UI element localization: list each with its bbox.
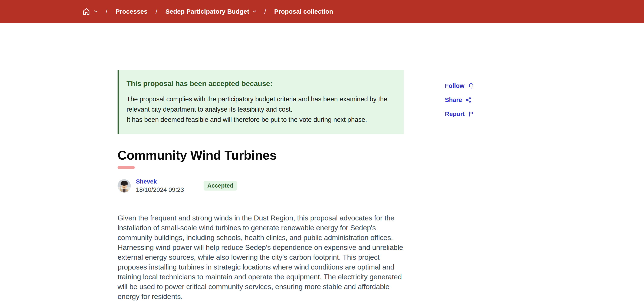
callout-line: The proposal complies with the participa… xyxy=(126,94,395,115)
author-avatar-link[interactable] xyxy=(118,179,131,193)
share-label: Share xyxy=(445,96,462,103)
avatar xyxy=(118,179,131,193)
bell-icon xyxy=(468,83,474,89)
action-rail: Follow Share R xyxy=(445,82,474,118)
home-icon xyxy=(82,7,90,16)
report-label: Report xyxy=(445,110,465,118)
proposal-title: Community Wind Turbines xyxy=(118,148,406,162)
flag-icon xyxy=(468,111,474,117)
breadcrumb-item-processes[interactable]: Processes xyxy=(116,8,147,15)
home-dropdown-toggle[interactable] xyxy=(94,10,98,13)
breadcrumb-bar: / Processes / Sedep Participatory Budget… xyxy=(0,0,644,23)
page: / Processes / Sedep Participatory Budget… xyxy=(0,0,644,306)
author-row: Shevek 18/10/2024 09:23 Accepted xyxy=(118,178,406,193)
follow-button[interactable]: Follow xyxy=(445,82,474,89)
acceptance-callout: This proposal has been accepted because:… xyxy=(118,70,404,134)
share-icon xyxy=(466,97,472,103)
chevron-down-icon xyxy=(252,10,256,13)
proposal-main: This proposal has been accepted because:… xyxy=(118,70,406,301)
callout-line: It has been deemed feasible and will the… xyxy=(126,115,395,125)
proposal-body: Given the frequent and strong winds in t… xyxy=(118,213,406,301)
breadcrumb-process-group: Sedep Participatory Budget xyxy=(166,8,256,15)
status-badge: Accepted xyxy=(204,181,237,191)
breadcrumb-item-proposal-collection[interactable]: Proposal collection xyxy=(274,8,333,15)
title-underline xyxy=(118,166,135,169)
author-meta: Shevek 18/10/2024 09:23 xyxy=(136,178,184,193)
process-dropdown-toggle[interactable] xyxy=(252,10,256,13)
timestamp: 18/10/2024 09:23 xyxy=(136,186,184,193)
breadcrumb-separator: / xyxy=(106,8,107,15)
report-button[interactable]: Report xyxy=(445,110,474,118)
author-link[interactable]: Shevek xyxy=(136,178,157,185)
share-button[interactable]: Share xyxy=(445,96,474,103)
breadcrumb: / Processes / Sedep Participatory Budget… xyxy=(82,0,333,23)
breadcrumb-separator: / xyxy=(156,8,157,15)
chevron-down-icon xyxy=(94,10,98,13)
breadcrumb-home-link[interactable] xyxy=(82,7,90,16)
callout-body: The proposal complies with the participa… xyxy=(126,94,395,125)
breadcrumb-item-sedep-participatory-budget[interactable]: Sedep Participatory Budget xyxy=(166,8,249,15)
follow-label: Follow xyxy=(445,82,464,89)
callout-title: This proposal has been accepted because: xyxy=(126,79,395,88)
breadcrumb-home-group xyxy=(82,7,98,16)
breadcrumb-separator: / xyxy=(264,8,266,15)
